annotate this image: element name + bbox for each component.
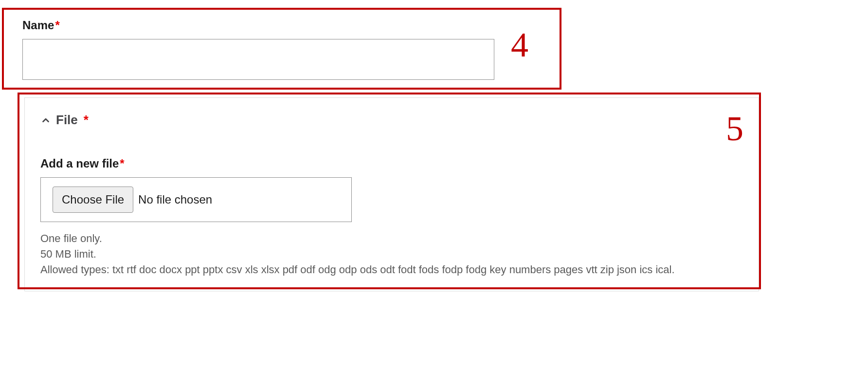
choose-file-button[interactable]: Choose File: [53, 187, 133, 213]
file-section-legend: File *: [40, 112, 743, 128]
annotation-number-4: 4: [511, 27, 528, 62]
add-file-group: Add a new file* Choose File No file chos…: [40, 157, 743, 278]
name-input[interactable]: [22, 39, 494, 80]
file-hints: One file only. 50 MB limit. Allowed type…: [40, 231, 743, 278]
name-label: Name*: [22, 19, 494, 32]
add-file-label: Add a new file*: [40, 157, 743, 170]
hint-allowed-types: Allowed types: txt rtf doc docx ppt pptx…: [40, 262, 743, 278]
hint-size-limit: 50 MB limit.: [40, 246, 743, 262]
name-field-group: Name*: [22, 19, 494, 80]
hint-one-file: One file only.: [40, 231, 743, 246]
name-label-text: Name: [22, 19, 54, 32]
chevron-up-icon: [40, 115, 51, 126]
file-legend-text: File: [56, 112, 78, 128]
required-indicator: *: [84, 112, 89, 128]
file-section-panel: File * Add a new file* Choose File No fi…: [24, 97, 759, 291]
add-file-label-text: Add a new file: [40, 157, 119, 170]
required-indicator: *: [120, 157, 124, 170]
file-chosen-status: No file chosen: [138, 193, 212, 206]
collapse-toggle[interactable]: [40, 115, 51, 126]
file-input-wrapper[interactable]: Choose File No file chosen: [40, 177, 352, 222]
required-indicator: *: [55, 19, 59, 32]
